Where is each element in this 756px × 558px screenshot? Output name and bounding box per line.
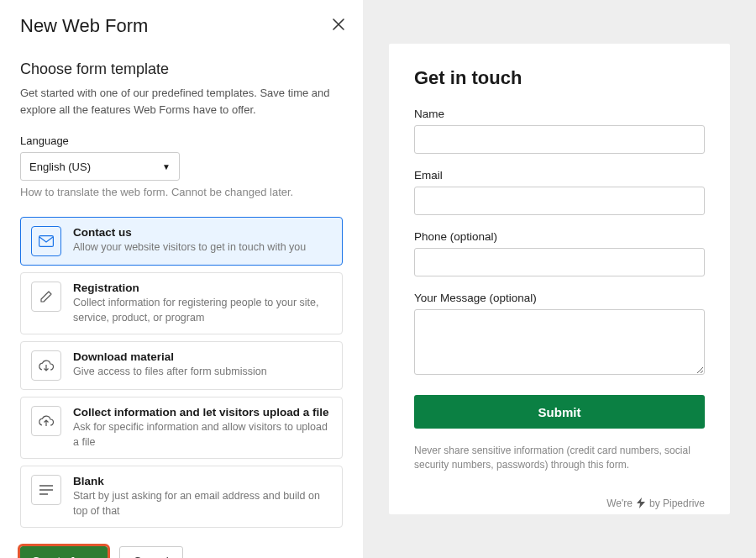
lines-icon — [31, 475, 61, 505]
new-form-panel: New Web Form Choose form template Get st… — [0, 0, 363, 558]
template-download-material[interactable]: Download material Give access to files a… — [20, 341, 343, 390]
language-select[interactable]: English (US) ▼ — [20, 152, 180, 181]
preview-disclaimer: Never share sensitive information (credi… — [414, 444, 705, 472]
template-desc: Give access to files after form submissi… — [73, 365, 332, 380]
name-label: Name — [414, 108, 705, 120]
name-input[interactable] — [414, 125, 705, 154]
email-input[interactable] — [414, 187, 705, 215]
template-desc: Start by just asking for an email addres… — [73, 489, 332, 519]
footer-prefix: We're — [606, 497, 633, 509]
template-title: Registration — [73, 282, 332, 294]
template-collect-upload[interactable]: Collect information and let visitors upl… — [20, 397, 343, 459]
footer-brand: by Pipedrive — [649, 497, 705, 509]
pencil-icon — [31, 282, 61, 312]
section-description: Get started with one of our predefined t… — [20, 85, 343, 118]
template-registration[interactable]: Registration Collect information for reg… — [20, 272, 343, 334]
bolt-icon — [637, 497, 645, 508]
language-hint: How to translate the web form. Cannot be… — [20, 186, 343, 198]
page-title: New Web Form — [20, 15, 343, 37]
actions-row: Create form Cancel — [20, 546, 343, 558]
close-icon — [333, 18, 344, 30]
message-textarea[interactable] — [414, 309, 705, 375]
svg-rect-0 — [39, 236, 54, 247]
preview-card: Get in touch Name Email Phone (optional)… — [389, 44, 730, 514]
create-form-button[interactable]: Create form — [20, 546, 108, 558]
section-subtitle: Choose form template — [20, 61, 343, 78]
cancel-button[interactable]: Cancel — [119, 546, 183, 558]
template-list: Contact us Allow your website visitors t… — [20, 217, 343, 528]
template-contact-us[interactable]: Contact us Allow your website visitors t… — [20, 217, 343, 266]
template-title: Download material — [73, 350, 332, 363]
phone-input[interactable] — [414, 248, 705, 276]
language-selected-value: English (US) — [29, 161, 91, 173]
template-desc: Allow your website visitors to get in to… — [73, 240, 332, 255]
message-label: Your Message (optional) — [414, 292, 705, 304]
preview-title: Get in touch — [414, 67, 705, 89]
field-phone: Phone (optional) — [414, 230, 705, 276]
template-title: Contact us — [73, 226, 332, 239]
field-email: Email — [414, 169, 705, 215]
app-root: New Web Form Choose form template Get st… — [0, 0, 756, 558]
submit-button[interactable]: Submit — [414, 395, 705, 429]
close-button[interactable] — [329, 15, 348, 34]
template-desc: Ask for specific information and allow v… — [73, 420, 332, 450]
cloud-upload-icon — [31, 406, 61, 436]
cloud-download-icon — [31, 350, 61, 381]
preview-footer: We're by Pipedrive — [414, 497, 705, 509]
mail-icon — [31, 226, 61, 256]
language-label: Language — [20, 134, 343, 147]
template-blank[interactable]: Blank Start by just asking for an email … — [20, 466, 343, 528]
preview-pane: Get in touch Name Email Phone (optional)… — [363, 0, 756, 558]
template-desc: Collect information for registering peop… — [73, 296, 332, 325]
phone-label: Phone (optional) — [414, 230, 705, 243]
chevron-down-icon: ▼ — [162, 162, 171, 171]
email-label: Email — [414, 169, 705, 182]
field-message: Your Message (optional) — [414, 292, 705, 375]
template-title: Collect information and let visitors upl… — [73, 406, 332, 418]
field-name: Name — [414, 108, 705, 154]
template-title: Blank — [73, 475, 332, 487]
